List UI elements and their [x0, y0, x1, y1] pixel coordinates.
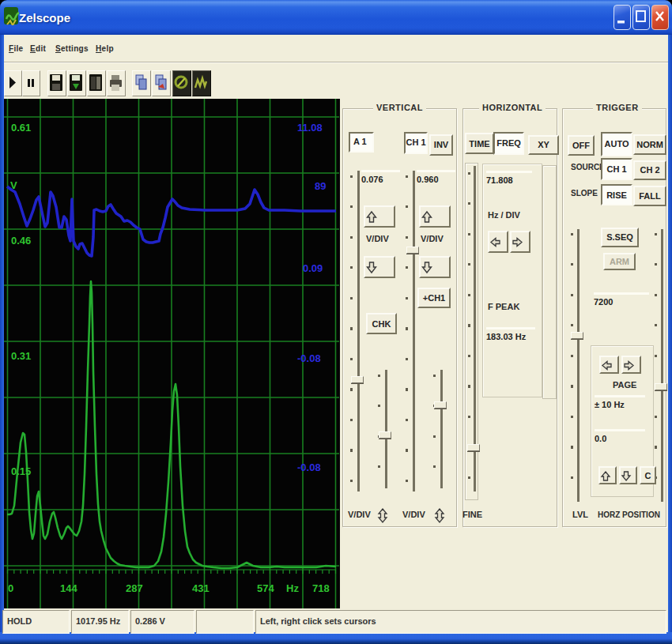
svg-text:0.15: 0.15	[11, 465, 31, 477]
svg-text:-0.08: -0.08	[297, 461, 321, 473]
svg-text:0.61: 0.61	[11, 122, 31, 134]
svg-text:144: 144	[60, 582, 77, 594]
svg-text:718: 718	[312, 582, 330, 594]
svg-text:0.09: 0.09	[303, 262, 323, 274]
svg-text:V: V	[10, 179, 17, 191]
svg-text:431: 431	[192, 582, 210, 594]
svg-text:11.08: 11.08	[297, 122, 323, 134]
svg-text:0: 0	[8, 582, 13, 594]
svg-text:89: 89	[315, 180, 326, 192]
svg-text:287: 287	[126, 582, 143, 594]
svg-text:-0.08: -0.08	[297, 352, 321, 364]
svg-text:0.46: 0.46	[11, 235, 31, 247]
svg-text:574: 574	[257, 582, 274, 594]
svg-text:0.31: 0.31	[11, 350, 31, 362]
svg-text:Hz: Hz	[286, 582, 299, 594]
